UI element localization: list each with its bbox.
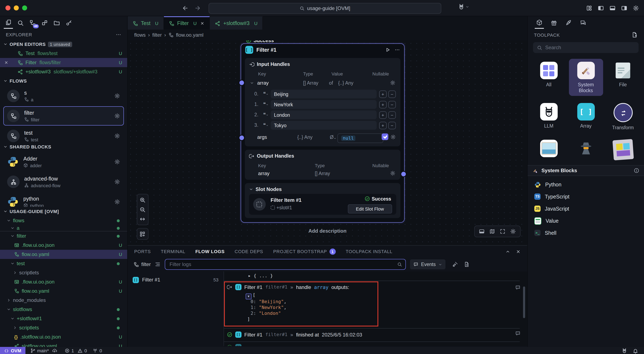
nullable-checkbox[interactable] (382, 134, 388, 140)
slot-node-card[interactable]: Filter Item #1 +slot#1 Success Edit Slot… (249, 194, 396, 215)
open-editor-test[interactable]: Test flows/test U (0, 49, 127, 58)
category-all[interactable]: All (532, 59, 566, 96)
toggle-right-sidebar-button[interactable] (621, 5, 627, 11)
log-entry-finished[interactable]: [] Filter #1 filter#1 » finished at 2025… (227, 332, 362, 338)
add-item-button[interactable]: + (379, 111, 387, 119)
gear-icon[interactable] (390, 170, 396, 176)
add-item-button[interactable]: + (379, 101, 387, 108)
flows-section-header[interactable]: FLOWS (0, 76, 127, 86)
category-file[interactable]: File (606, 59, 640, 96)
category-image-tools[interactable] (536, 137, 561, 162)
gear-icon[interactable] (114, 93, 120, 99)
maximize-panel-button[interactable] (506, 249, 510, 254)
tree-item-filter[interactable]: filter (0, 232, 127, 240)
history-back-button[interactable] (182, 5, 188, 11)
tab-terminal[interactable]: TERMINAL (161, 249, 186, 254)
log-node-item[interactable]: [] Filter #1 53 (128, 275, 224, 285)
filter-logs-input[interactable] (169, 261, 397, 268)
shared-block-advanced-flow[interactable]: advanced-flow advanced-flow (3, 172, 124, 192)
close-window-button[interactable] (6, 6, 10, 10)
close-icon[interactable] (4, 60, 8, 65)
block-value[interactable]: Value (528, 215, 644, 227)
block-typescript[interactable]: TS TypeScript (528, 191, 644, 203)
tree-item-slotflow-ui-json[interactable]: {}.slotflow.ui.oo.jsonU (0, 332, 127, 342)
log-entry-partial[interactable]: [] (227, 344, 242, 346)
array-item-input-1[interactable]: NewYork (271, 100, 377, 109)
activity-folder-button[interactable] (52, 17, 61, 28)
string-type-selector[interactable]: ❝⌄ (263, 91, 268, 97)
gear-icon[interactable] (114, 199, 120, 205)
toolpack-tab-button[interactable] (535, 17, 544, 28)
log-list-view-button[interactable] (155, 262, 161, 267)
gear-icon[interactable] (114, 159, 120, 165)
events-dropdown[interactable]: Events (410, 259, 445, 269)
tree-item-scriptlets[interactable]: scriptlets (0, 268, 127, 277)
open-editors-header[interactable]: OPEN EDITORS 1 unsaved (0, 40, 127, 49)
tab-slotflow3[interactable]: +slotflow#3 U (210, 16, 263, 30)
assistant-status-icon[interactable] (622, 348, 627, 354)
block-python[interactable]: Python (528, 179, 644, 191)
clear-logs-button[interactable] (452, 262, 458, 267)
open-editor-slotflow3[interactable]: +slotflow#3 slotflows/+slotflow#3 U (0, 67, 127, 76)
tree-item-test[interactable]: test (0, 259, 127, 268)
extensions-tab-button[interactable] (549, 17, 558, 28)
tree-item-flow-yaml2[interactable]: flow.oo.yamlU (0, 286, 127, 296)
comment-icon[interactable] (515, 285, 520, 290)
shared-block-python[interactable]: python python (3, 192, 124, 207)
tab-toolpack-install[interactable]: TOOLPACK INSTALL (346, 249, 392, 254)
activity-search-button[interactable] (16, 17, 25, 28)
activity-secrets-button[interactable] (64, 17, 74, 28)
remove-item-button[interactable]: − (388, 111, 396, 119)
remote-indicator[interactable]: OVM (0, 347, 26, 354)
close-icon[interactable] (200, 21, 204, 26)
flow-card-filter[interactable]: filter filter (3, 106, 124, 126)
tree-item-scriptlets2[interactable]: scriptlets (0, 323, 127, 332)
feed-indicator[interactable]: 0 (93, 348, 102, 353)
fit-view-button[interactable] (140, 216, 146, 222)
tab-code-deps[interactable]: CODE DEPS (234, 249, 263, 254)
activity-explorer-button[interactable] (4, 17, 13, 28)
toggle-bottom-panel-button[interactable] (610, 5, 616, 11)
export-logs-button[interactable] (464, 262, 470, 267)
gear-icon[interactable] (114, 133, 120, 139)
input-handle-args[interactable] (238, 135, 245, 141)
close-panel-button[interactable] (516, 249, 520, 254)
zoom-window-button[interactable] (22, 6, 27, 10)
branch-indicator[interactable]: main* (30, 348, 57, 353)
info-icon[interactable] (634, 168, 640, 174)
array-item-input-3[interactable]: Tokyo (271, 121, 377, 130)
activity-flows-button[interactable]: 48 (28, 17, 37, 28)
explorer-more-button[interactable] (116, 32, 122, 37)
tree-item-node-modules[interactable]: node_modules (0, 296, 127, 305)
tree-item-flow-yaml[interactable]: flow.oo.yamlU (0, 250, 127, 259)
customize-layout-button[interactable] (586, 5, 592, 11)
open-editor-filter[interactable]: Filter flows/filter U (0, 58, 127, 67)
minimap-icon[interactable] (489, 228, 495, 234)
array-item-input-2[interactable]: London (271, 110, 377, 119)
tree-item-a[interactable]: a (0, 225, 127, 232)
args-value-input[interactable]: null (338, 134, 383, 143)
gear-icon[interactable] (114, 113, 120, 119)
tab-ports[interactable]: PORTS (134, 249, 151, 254)
problems-indicator[interactable]: 1 0 (65, 348, 87, 353)
input-handle-array[interactable] (238, 80, 245, 86)
log-content[interactable]: ▸ { ... } [] Filter #1 filter#1 » handle… (224, 272, 528, 346)
category-system-blocks[interactable]: System Blocks (569, 59, 603, 96)
flow-selector[interactable]: filter (134, 262, 151, 267)
category-llm[interactable]: LLM (532, 100, 566, 133)
add-toolpack-button[interactable] (632, 32, 638, 38)
toolpack-searchbox[interactable]: Search (533, 42, 638, 53)
settings-gear-button[interactable] (633, 5, 639, 11)
remove-item-button[interactable]: − (388, 101, 396, 108)
tree-item-flow-ui-json2[interactable]: .flow.ui.oo.jsonU (0, 277, 127, 286)
chat-tab-button[interactable] (578, 17, 588, 28)
block-shell[interactable]: >_ Shell (528, 227, 644, 239)
tree-item-slotflow-yaml[interactable]: slotflow.oo.yamlU (0, 342, 127, 347)
zoom-out-button[interactable] (140, 206, 146, 213)
node-more-button[interactable] (394, 47, 400, 52)
output-handle-array[interactable] (400, 171, 407, 177)
comment-icon[interactable] (515, 331, 520, 336)
category-transform[interactable]: Transform (606, 100, 640, 133)
edit-slot-flow-button[interactable]: Edit Slot Flow (348, 204, 392, 214)
tree-item-flow-ui-json[interactable]: .flow.ui.oo.jsonU (0, 240, 127, 250)
